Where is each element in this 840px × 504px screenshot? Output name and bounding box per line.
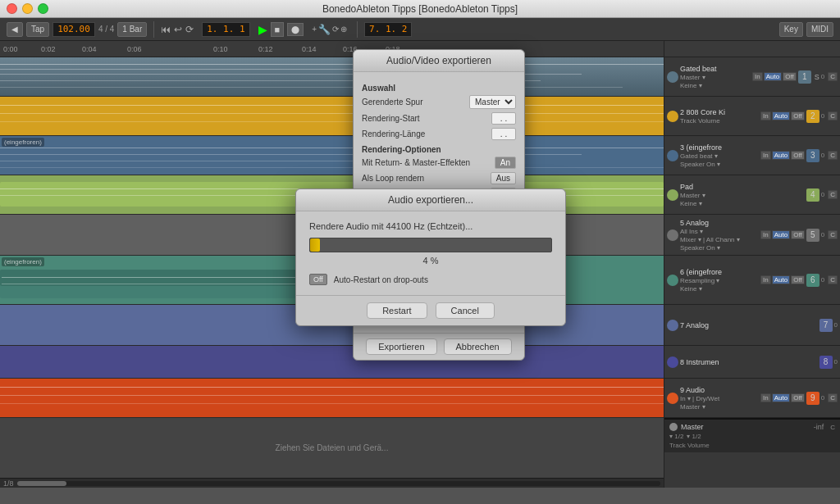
progress-dialog: Audio exportieren... Rendere Audio mit 4… <box>295 188 566 326</box>
track-info-2: 2 808 Core Ki Track Volume <box>680 108 759 125</box>
playback-controls[interactable]: ▶ ■ ⬤ <box>258 22 304 37</box>
als-loop-btn[interactable]: Aus <box>491 172 516 184</box>
mit-return-label: Mit Return- & Master-Effekten <box>362 158 495 167</box>
rendering-start-label: Rendering-Start <box>362 114 491 123</box>
track-name-7: 7 Analog <box>680 321 818 329</box>
pos-display-1[interactable]: 1. 1. 1 <box>202 22 249 37</box>
auto-btn-9[interactable]: Auto <box>772 393 790 402</box>
auto-btn-5[interactable]: Auto <box>772 230 790 239</box>
track-vol-7: 0 <box>834 321 838 329</box>
ruler-12: 0:12 <box>258 45 273 53</box>
track-dot-8 <box>667 356 678 368</box>
track-num-5: 5 <box>806 229 819 242</box>
page-indicator: 1/8 <box>3 479 14 488</box>
track-c-9[interactable]: C <box>828 393 838 402</box>
window-controls[interactable] <box>7 3 48 14</box>
track-c-4[interactable]: C <box>828 190 838 199</box>
track-1 <box>0 57 664 97</box>
gerenderte-spur-control[interactable]: Master <box>469 95 516 109</box>
track-c-1[interactable]: C <box>828 72 838 81</box>
track-c-2[interactable]: C <box>828 111 838 120</box>
maximize-button[interactable] <box>38 3 48 14</box>
mixer-track-5: 5 Analog All Ins ▾ Mixer ▾ | All Chann ▾… <box>664 215 840 256</box>
track-btns-9[interactable]: In Auto Off <box>760 393 805 402</box>
track-9-content[interactable] <box>0 379 664 417</box>
bpm-display[interactable]: 102.00 <box>52 22 95 37</box>
scrollbar-track[interactable] <box>17 481 660 486</box>
track-8-content[interactable] <box>0 346 664 378</box>
transport-arrows[interactable]: ⏮ ↩ ⟳ <box>161 24 194 35</box>
off-btn-3[interactable]: Off <box>791 151 805 160</box>
in-btn-3[interactable]: In <box>760 151 771 160</box>
auto-btn-2[interactable]: Auto <box>772 111 790 120</box>
mixer-track-4: Pad Master ▾ Keine ▾ 4 0 C <box>664 175 840 215</box>
window-title: BonedoAbleton Tipps [BonedoAbleton Tipps… <box>322 3 518 15</box>
track-btns-1[interactable]: In Auto Off <box>752 72 797 81</box>
in-btn-5[interactable]: In <box>760 230 771 239</box>
track-btns-3[interactable]: In Auto Off <box>760 151 805 160</box>
off-btn-2[interactable]: Off <box>791 111 805 120</box>
track-c-3[interactable]: C <box>828 151 838 160</box>
master-c[interactable]: C <box>830 424 835 431</box>
export-dialog-footer: Exportieren Abbrechen <box>354 333 524 360</box>
auto-restart-off-btn[interactable]: Off <box>309 274 327 285</box>
rendering-laenge-value[interactable]: . . <box>491 128 516 140</box>
cancel-button[interactable]: Cancel <box>436 302 495 319</box>
progress-dialog-title: Audio exportieren... <box>296 189 565 211</box>
mixer-track-2: 2 808 Core Ki Track Volume In Auto Off 2… <box>664 97 840 136</box>
horizontal-scrollbar[interactable]: 1/8 <box>0 478 664 488</box>
track-sub-4: Master ▾ <box>680 192 805 199</box>
track-s-btn-1[interactable]: S <box>815 73 819 81</box>
restart-button[interactable]: Restart <box>367 302 427 319</box>
off-btn-5[interactable]: Off <box>791 230 805 239</box>
in-btn-1[interactable]: In <box>752 72 763 81</box>
off-btn-6[interactable]: Off <box>791 275 805 284</box>
mode-btn[interactable]: Tap <box>26 22 49 37</box>
auto-btn-3[interactable]: Auto <box>772 151 790 160</box>
track-c-5[interactable]: C <box>828 230 838 239</box>
rendering-laenge-row: Rendering-Länge . . <box>362 128 516 140</box>
track-3-content[interactable]: (eingefroren) <box>0 136 664 175</box>
record-button[interactable]: ⬤ <box>287 23 304 36</box>
abbrechen-button[interactable]: Abbrechen <box>444 338 512 355</box>
track-c-6[interactable]: C <box>828 275 838 284</box>
track-sub4b: Keine ▾ <box>680 200 805 207</box>
track-dot-5 <box>667 229 678 241</box>
in-btn-2[interactable]: In <box>760 111 771 120</box>
track-vol-8: 0 <box>834 358 838 366</box>
scrollbar-thumb[interactable] <box>17 481 66 486</box>
auto-btn-6[interactable]: Auto <box>772 275 790 284</box>
pos-display-2[interactable]: 7. 1. 2 <box>364 22 412 37</box>
play-button[interactable]: ▶ <box>258 23 267 36</box>
auto-btn-1[interactable]: Auto <box>764 72 782 81</box>
mit-return-btn[interactable]: An <box>495 157 516 169</box>
track-btns-6[interactable]: In Auto Off <box>760 275 805 284</box>
drop-hint-text: Ziehen Sie Dateien und Gerä... <box>276 443 389 452</box>
midi-btn[interactable]: MIDI <box>806 22 833 37</box>
track-btns-5[interactable]: In Auto Off <box>760 230 805 239</box>
close-button[interactable] <box>7 3 17 14</box>
rendering-start-value[interactable]: . . <box>491 112 516 125</box>
track-name-1: Gated beat <box>680 65 751 73</box>
gerenderte-spur-select[interactable]: Master <box>469 95 516 109</box>
drop-hint: Ziehen Sie Dateien und Gerä... <box>0 418 664 478</box>
arrow-left-btn[interactable]: ◀ <box>7 22 23 37</box>
ruler-06: 0:06 <box>127 45 142 53</box>
ruler-0: 0:00 <box>3 45 18 53</box>
export-button[interactable]: Exportieren <box>366 338 436 355</box>
mixer-track-3: 3 (eingefrore Gated beat ▾ Speaker On ▾ … <box>664 136 840 175</box>
stop-button[interactable]: ■ <box>271 22 285 37</box>
track-2 <box>0 97 664 136</box>
track-btns-2[interactable]: In Auto Off <box>760 111 805 120</box>
track-send-1: Master ▾ <box>680 74 751 81</box>
in-btn-6[interactable]: In <box>760 275 771 284</box>
off-btn-1[interactable]: Off <box>783 72 797 81</box>
in-btn-9[interactable]: In <box>760 393 771 402</box>
track-1-content[interactable] <box>0 57 664 96</box>
off-btn-9[interactable]: Off <box>791 393 805 402</box>
track-2-content[interactable] <box>0 97 664 135</box>
mixer-track-9: 9 Audio In ▾ | Dry/Wet Master ▾ In Auto … <box>664 379 840 418</box>
key-btn[interactable]: Key <box>779 22 803 37</box>
loop-btn[interactable]: 1 Bar <box>117 22 147 37</box>
minimize-button[interactable] <box>22 3 33 14</box>
